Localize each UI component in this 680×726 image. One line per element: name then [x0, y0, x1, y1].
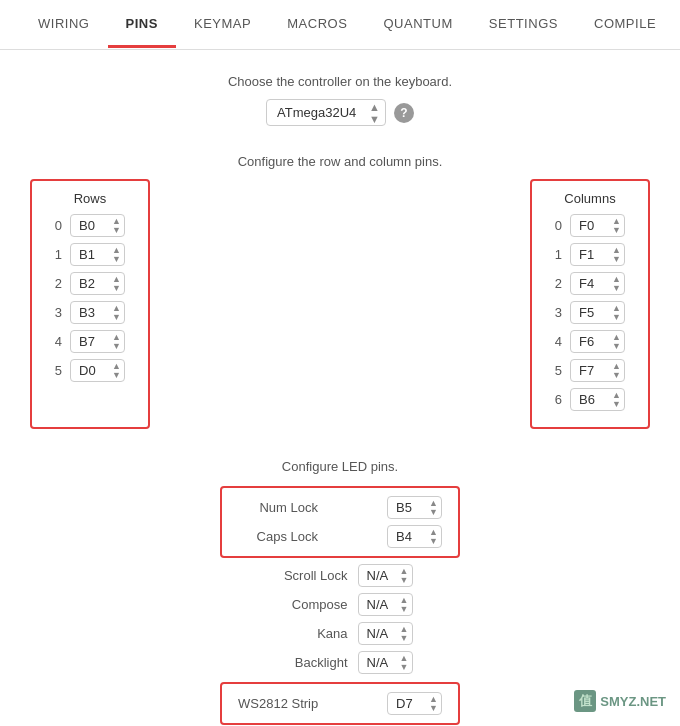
led-section: Configure LED pins. Num Lock B5 ▲▼ Caps …: [30, 459, 650, 725]
led-ws2812-row: WS2812 Strip D7 ▲▼: [238, 692, 442, 715]
pins-config-label: Configure the row and column pins.: [30, 154, 650, 169]
row-pin-select-5[interactable]: D0: [70, 359, 125, 382]
pins-row-col-container: Rows 0 B0 ▲▼ 1 B1 ▲▼ 2 B2 ▲▼: [30, 179, 650, 429]
rows-title: Rows: [48, 191, 132, 206]
tab-keymap[interactable]: KEYMAP: [176, 2, 269, 48]
row-pin-select-4[interactable]: B7: [70, 330, 125, 353]
led-scroll-lock-select[interactable]: N/A: [358, 564, 413, 587]
led-kana-row: Kana N/A ▲▼: [220, 622, 460, 645]
col-pin-select-3[interactable]: F5: [570, 301, 625, 324]
controller-row: ATmega32U4 Pro Micro Teensy 2.0 ▲▼ ?: [30, 99, 650, 126]
watermark-icon: 值: [574, 690, 596, 712]
col-pin-0: 0 F0 ▲▼: [548, 214, 632, 237]
main-content: Choose the controller on the keyboard. A…: [0, 50, 680, 726]
tab-macros[interactable]: MACROS: [269, 2, 365, 48]
controller-label: Choose the controller on the keyboard.: [30, 74, 650, 89]
columns-title: Columns: [548, 191, 632, 206]
columns-box: Columns 0 F0 ▲▼ 1 F1 ▲▼ 2 F4 ▲▼: [530, 179, 650, 429]
led-box-ws2812: WS2812 Strip D7 ▲▼: [220, 682, 460, 725]
led-grid: Num Lock B5 ▲▼ Caps Lock B4 ▲▼ Scroll Lo…: [30, 486, 650, 725]
row-pin-1: 1 B1 ▲▼: [48, 243, 132, 266]
led-scroll-lock-label: Scroll Lock: [268, 568, 348, 583]
led-num-lock-row: Num Lock B5 ▲▼: [238, 496, 442, 519]
row-pin-3: 3 B3 ▲▼: [48, 301, 132, 324]
led-box-1: Num Lock B5 ▲▼ Caps Lock B4 ▲▼: [220, 486, 460, 558]
led-scroll-lock-row: Scroll Lock N/A ▲▼: [220, 564, 460, 587]
row-pin-0: 0 B0 ▲▼: [48, 214, 132, 237]
col-pin-5: 5 F7 ▲▼: [548, 359, 632, 382]
col-pin-select-0[interactable]: F0: [570, 214, 625, 237]
col-pin-4: 4 F6 ▲▼: [548, 330, 632, 353]
row-pin-select-3[interactable]: B3: [70, 301, 125, 324]
col-pin-select-4[interactable]: F6: [570, 330, 625, 353]
col-pin-select-6[interactable]: B6: [570, 388, 625, 411]
col-pin-select-2[interactable]: F4: [570, 272, 625, 295]
led-num-lock-select[interactable]: B5: [387, 496, 442, 519]
led-caps-lock-select[interactable]: B4: [387, 525, 442, 548]
col-pin-2: 2 F4 ▲▼: [548, 272, 632, 295]
row-pin-select-2[interactable]: B2: [70, 272, 125, 295]
row-pin-5: 5 D0 ▲▼: [48, 359, 132, 382]
led-backlight-row: Backlight N/A ▲▼: [220, 651, 460, 674]
rows-box: Rows 0 B0 ▲▼ 1 B1 ▲▼ 2 B2 ▲▼: [30, 179, 150, 429]
led-section-label: Configure LED pins.: [30, 459, 650, 474]
led-compose-label: Compose: [268, 597, 348, 612]
led-kana-select[interactable]: N/A: [358, 622, 413, 645]
watermark-text: SMYZ.NET: [600, 694, 666, 709]
nav-bar: WIRING PINS KEYMAP MACROS QUANTUM SETTIN…: [0, 0, 680, 50]
led-caps-lock-row: Caps Lock B4 ▲▼: [238, 525, 442, 548]
col-pin-3: 3 F5 ▲▼: [548, 301, 632, 324]
led-ws2812-select[interactable]: D7: [387, 692, 442, 715]
controller-select[interactable]: ATmega32U4 Pro Micro Teensy 2.0: [266, 99, 386, 126]
row-pin-2: 2 B2 ▲▼: [48, 272, 132, 295]
controller-select-wrapper: ATmega32U4 Pro Micro Teensy 2.0 ▲▼: [266, 99, 386, 126]
tab-wiring[interactable]: WIRING: [20, 2, 108, 48]
led-compose-select[interactable]: N/A: [358, 593, 413, 616]
col-pin-6: 6 B6 ▲▼: [548, 388, 632, 411]
tab-quantum[interactable]: QUANTUM: [365, 2, 470, 48]
row-pin-select-0[interactable]: B0: [70, 214, 125, 237]
tab-settings[interactable]: SETTINGS: [471, 2, 576, 48]
led-caps-lock-label: Caps Lock: [238, 529, 318, 544]
watermark: 值 SMYZ.NET: [574, 690, 666, 712]
row-pin-select-1[interactable]: B1: [70, 243, 125, 266]
led-backlight-select[interactable]: N/A: [358, 651, 413, 674]
led-num-lock-label: Num Lock: [238, 500, 318, 515]
led-compose-row: Compose N/A ▲▼: [220, 593, 460, 616]
led-kana-label: Kana: [268, 626, 348, 641]
col-pin-select-1[interactable]: F1: [570, 243, 625, 266]
col-pin-1: 1 F1 ▲▼: [548, 243, 632, 266]
led-backlight-label: Backlight: [268, 655, 348, 670]
help-button[interactable]: ?: [394, 103, 414, 123]
tab-pins[interactable]: PINS: [108, 2, 176, 48]
row-pin-4: 4 B7 ▲▼: [48, 330, 132, 353]
led-ws2812-label: WS2812 Strip: [238, 696, 318, 711]
tab-compile[interactable]: COMPILE: [576, 2, 674, 48]
col-pin-select-5[interactable]: F7: [570, 359, 625, 382]
